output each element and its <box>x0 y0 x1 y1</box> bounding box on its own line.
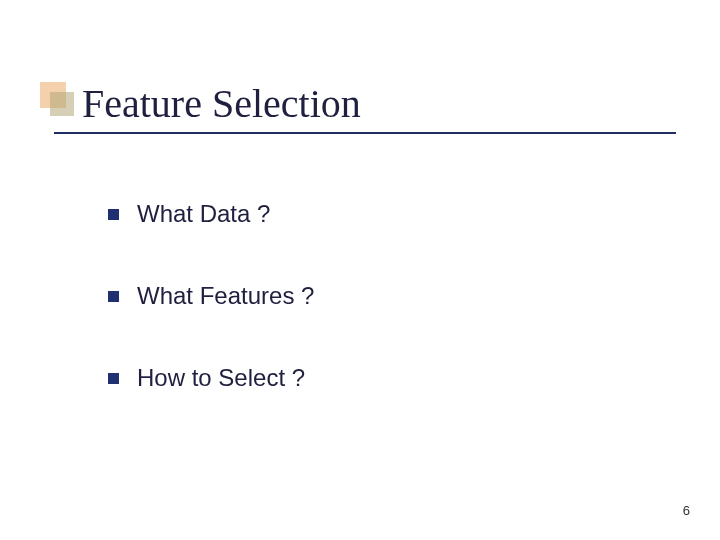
bullet-square-icon <box>108 209 119 220</box>
bullet-square-icon <box>108 291 119 302</box>
slide-title: Feature Selection <box>82 80 361 127</box>
bullet-text: What Data ? <box>137 200 270 228</box>
bullet-text: What Features ? <box>137 282 314 310</box>
title-decoration <box>40 82 74 116</box>
list-item: What Features ? <box>108 282 314 310</box>
decoration-square-front <box>50 92 74 116</box>
title-underline <box>54 132 676 134</box>
list-item: How to Select ? <box>108 364 314 392</box>
page-number: 6 <box>683 503 690 518</box>
list-item: What Data ? <box>108 200 314 228</box>
bullet-square-icon <box>108 373 119 384</box>
bullet-text: How to Select ? <box>137 364 305 392</box>
bullet-list: What Data ? What Features ? How to Selec… <box>108 200 314 446</box>
